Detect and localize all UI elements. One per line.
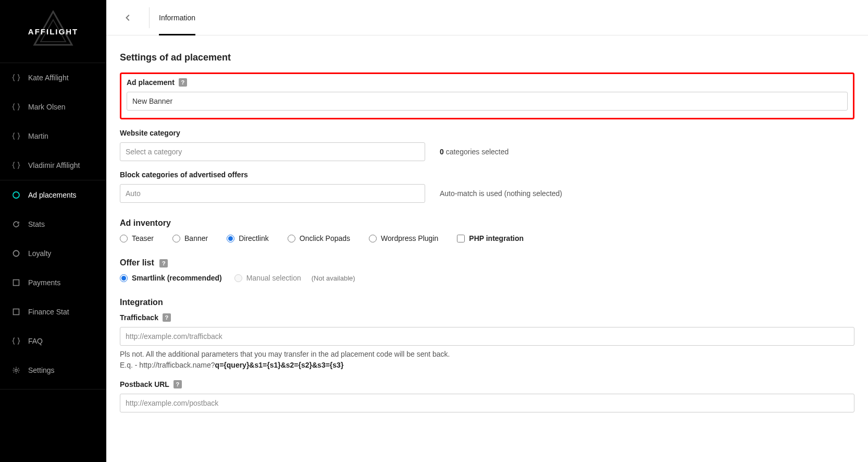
braces-icon <box>11 131 21 141</box>
radio-label: Teaser <box>132 234 154 242</box>
sidebar-item-label: FAQ <box>28 337 43 345</box>
trafficback-label: Trafficback ? <box>120 313 854 322</box>
page-title: Settings of ad placement <box>120 52 854 63</box>
svg-point-6 <box>15 369 17 371</box>
sidebar-item-stats[interactable]: Stats <box>0 210 106 239</box>
help-icon[interactable]: ? <box>173 380 182 388</box>
refresh-icon <box>11 220 21 229</box>
ad-placement-highlight: Ad placement ? <box>120 72 854 119</box>
help-icon[interactable]: ? <box>179 78 187 87</box>
logo-text: AFFILIGHT <box>28 27 78 36</box>
integration-title: Integration <box>120 298 854 307</box>
offer-list-options: Smartlink (recommended) Manual selection… <box>120 274 854 282</box>
sidebar-user-mark[interactable]: Mark Olsen <box>0 92 106 121</box>
svg-rect-5 <box>14 309 19 315</box>
svg-point-3 <box>14 251 19 257</box>
radio-onclick-popads[interactable]: Onclick Popads <box>288 234 350 242</box>
sidebar-user-label: Kate Affilight <box>28 74 69 82</box>
radio-input[interactable] <box>227 235 234 242</box>
sidebar-user-vladimir[interactable]: Vladimir Affilight <box>0 151 106 180</box>
label-text: Ad placement <box>127 78 175 87</box>
checkbox-input[interactable] <box>457 235 465 242</box>
ad-placement-label: Ad placement ? <box>127 78 848 87</box>
note-line1: Pls not. All the additional parameters t… <box>120 350 450 358</box>
radio-label: Banner <box>184 234 208 242</box>
content: Settings of ad placement Ad placement ? … <box>106 35 868 443</box>
sidebar-item-finance-stat[interactable]: Finance Stat <box>0 297 106 326</box>
radio-label: Directlink <box>239 234 269 242</box>
sidebar-user-label: Mark Olsen <box>28 103 66 111</box>
checkbox-label: PHP integration <box>469 234 524 242</box>
sidebar-user-label: Martin <box>28 132 48 140</box>
svg-rect-4 <box>14 280 19 286</box>
radio-wordpress-plugin[interactable]: Wordpress Plugin <box>369 234 438 242</box>
sidebar-item-label: Loyalty <box>28 249 51 258</box>
square-icon <box>11 278 21 287</box>
sidebar-item-label: Settings <box>28 366 55 374</box>
label-text: Trafficback <box>120 313 158 322</box>
radio-directlink[interactable]: Directlink <box>227 234 269 242</box>
sidebar-item-settings[interactable]: Settings <box>0 356 106 385</box>
sidebar-item-label: Payments <box>28 278 60 287</box>
title-text: Offer list <box>120 258 154 267</box>
sidebar-item-label: Finance Stat <box>28 308 69 316</box>
ad-placement-input[interactable] <box>127 92 848 111</box>
braces-icon <box>11 336 21 346</box>
website-category-label: Website category <box>120 129 854 137</box>
main: Information Settings of ad placement Ad … <box>106 0 868 462</box>
sidebar-item-label: Ad placements <box>28 191 77 199</box>
label-text: Postback URL <box>120 380 169 388</box>
chevron-left-icon <box>125 14 132 21</box>
radio-input[interactable] <box>172 235 180 242</box>
postback-label: Postback URL ? <box>120 380 854 388</box>
sidebar-item-faq[interactable]: FAQ <box>0 326 106 356</box>
circle-icon <box>11 249 21 258</box>
tab-information[interactable]: Information <box>159 0 195 35</box>
back-button[interactable] <box>117 6 140 29</box>
help-icon[interactable]: ? <box>159 259 168 268</box>
radio-manual-selection: Manual selection <box>234 274 301 282</box>
radio-label: Smartlink (recommended) <box>132 274 222 282</box>
sidebar-user-kate[interactable]: Kate Affilight <box>0 63 106 92</box>
gear-icon <box>11 366 21 375</box>
block-categories-input[interactable] <box>120 184 425 203</box>
note-line2-bold: q={query}&s1={s1}&s2={s2}&s3={s3} <box>215 361 344 369</box>
logo: AFFILIGHT <box>0 0 106 63</box>
radio-input <box>234 274 242 282</box>
block-categories-note: Auto-match is used (nothing selected) <box>440 189 562 198</box>
checkbox-php-integration[interactable]: PHP integration <box>457 234 524 242</box>
radio-label: Manual selection <box>246 274 301 282</box>
radio-teaser[interactable]: Teaser <box>120 234 154 242</box>
radio-input[interactable] <box>288 235 295 242</box>
tab-label: Information <box>159 14 195 22</box>
radio-input[interactable] <box>369 235 377 242</box>
sidebar-item-loyalty[interactable]: Loyalty <box>0 239 106 268</box>
braces-icon <box>11 161 21 170</box>
target-icon <box>11 190 21 200</box>
braces-icon <box>11 102 21 112</box>
website-category-input[interactable] <box>120 142 425 161</box>
radio-label: Wordpress Plugin <box>381 234 438 242</box>
sidebar-item-ad-placements[interactable]: Ad placements <box>0 180 106 210</box>
note-line2-prefix: E.q. - http://trafficback.name? <box>120 361 215 369</box>
sidebar: AFFILIGHT Kate Affilight Mark Olsen Mart… <box>0 0 106 462</box>
radio-input[interactable] <box>120 274 128 282</box>
square-icon <box>11 307 21 317</box>
postback-input[interactable] <box>120 394 854 412</box>
topbar: Information <box>106 0 868 35</box>
count-text: categories selected <box>444 148 509 156</box>
not-available-text: (Not available) <box>312 274 355 282</box>
trafficback-input[interactable] <box>120 327 854 346</box>
radio-banner[interactable]: Banner <box>172 234 208 242</box>
braces-icon <box>11 73 21 82</box>
sidebar-user-martin[interactable]: Martin <box>0 121 106 151</box>
radio-label: Onclick Popads <box>300 234 350 242</box>
sidebar-user-label: Vladimir Affilight <box>28 161 80 169</box>
sidebar-item-payments[interactable]: Payments <box>0 268 106 297</box>
radio-input[interactable] <box>120 235 128 242</box>
ad-inventory-options: Teaser Banner Directlink Onclick Popads … <box>120 234 854 242</box>
help-icon[interactable]: ? <box>163 313 171 322</box>
ad-inventory-title: Ad inventory <box>120 218 854 228</box>
radio-smartlink[interactable]: Smartlink (recommended) <box>120 274 222 282</box>
trafficback-note: Pls not. All the additional parameters t… <box>120 349 854 371</box>
